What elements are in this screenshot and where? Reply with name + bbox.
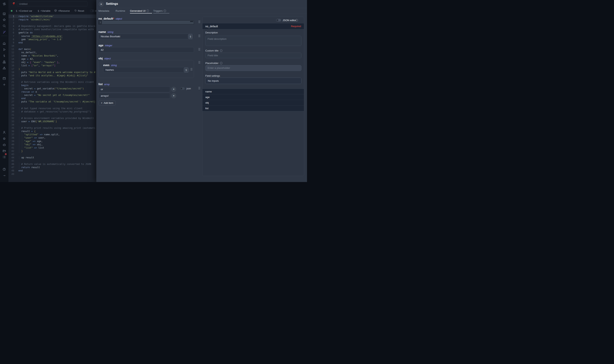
- code-line[interactable]: 30 # database = get_resource("u/user/my_…: [8, 110, 96, 113]
- field-row-obj[interactable]: obj: [202, 100, 304, 105]
- insert-variable-button[interactable]: $: [188, 34, 193, 39]
- code-line[interactable]: 46 # Return value is automatically conve…: [8, 163, 96, 166]
- code-line[interactable]: 28: [8, 104, 96, 107]
- field-settings-select[interactable]: No inputs: [205, 78, 301, 84]
- code-line[interactable]: 43: [8, 153, 96, 156]
- code-line[interactable]: 16 list = ["or", "arrays!"]: [8, 64, 96, 67]
- drag-handle[interactable]: [199, 61, 200, 64]
- code-line[interactable]: 49: [8, 173, 96, 176]
- code-line[interactable]: 3: [8, 21, 96, 25]
- code-editor[interactable]: 1require 'windmill/inline'2require 'wind…: [8, 14, 96, 182]
- placeholder-textarea[interactable]: [205, 65, 301, 71]
- code-line[interactable]: 27 puts "The variable at 'f/examples/sec…: [8, 100, 96, 104]
- age-input[interactable]: [98, 47, 194, 53]
- add-resource-button[interactable]: +Resource: [54, 8, 70, 14]
- add-plus-icon[interactable]: +: [0, 82, 8, 87]
- calendar-icon[interactable]: [0, 76, 8, 81]
- code-line[interactable]: 7 source 'https://rubygems.org': [8, 35, 96, 38]
- drag-handle[interactable]: [199, 35, 200, 38]
- code-line[interactable]: 35 # Pretty print results using amazing_…: [8, 127, 96, 130]
- code-line[interactable]: 2require 'windmill/mini': [8, 18, 96, 21]
- code-line[interactable]: 18 puts "Hello World and a warm welcome …: [8, 71, 96, 74]
- code-line[interactable]: 23 secret = get_variable("f/examples/sec…: [8, 87, 96, 90]
- code-line[interactable]: 15 obj = { "even": "hashes" },: [8, 61, 96, 64]
- even-input[interactable]: [103, 67, 189, 73]
- no-default-json-editor[interactable]: 1: [98, 20, 194, 25]
- code-line[interactable]: 45: [8, 159, 96, 163]
- code-line[interactable]: 8 gem 'amazing_print', '~> 1.6': [8, 38, 96, 41]
- code-line[interactable]: 14 age = 42,: [8, 57, 96, 61]
- code-line[interactable]: 12 no_default,: [8, 51, 96, 54]
- code-line[interactable]: 44 ap result: [8, 156, 96, 159]
- schedules-pyramid-icon[interactable]: [0, 66, 8, 70]
- code-line[interactable]: 9end: [8, 41, 96, 44]
- favorites-star-icon[interactable]: [0, 17, 8, 22]
- workspace-icon[interactable]: [0, 12, 8, 16]
- name-input[interactable]: [98, 34, 194, 39]
- json-editor-toggle[interactable]: [276, 19, 281, 22]
- ai-wand-icon[interactable]: [0, 30, 8, 34]
- code-line[interactable]: 26 end: [8, 97, 96, 100]
- resources-boxes-icon[interactable]: [0, 60, 8, 64]
- code-line[interactable]: 41 "list" => list: [8, 146, 96, 150]
- script-title-input[interactable]: Untitled: [17, 1, 88, 6]
- code-line[interactable]: 4# Dependency management: declare gems i…: [8, 25, 96, 28]
- collapse-arrow-icon[interactable]: →: [0, 173, 8, 178]
- field-row-name[interactable]: name: [202, 89, 304, 94]
- field-row-list[interactable]: list: [202, 105, 304, 111]
- drag-handle[interactable]: [199, 21, 200, 24]
- tab-metadata[interactable]: Metadata: [98, 8, 109, 13]
- user-icon[interactable]: [0, 130, 8, 135]
- code-line[interactable]: 32 # Access environment variables provid…: [8, 117, 96, 120]
- home-icon[interactable]: [0, 41, 8, 46]
- code-line[interactable]: 38 "user" => user,: [8, 136, 96, 140]
- custom-title-input[interactable]: [205, 53, 301, 58]
- add-variable-button[interactable]: $ +Variable: [38, 8, 51, 14]
- selected-field-row[interactable]: no_default Required: [202, 23, 304, 29]
- code-line[interactable]: 42 }: [8, 150, 96, 153]
- diff-mode-toggle[interactable]: [90, 10, 95, 12]
- code-line[interactable]: 40 "obj" => obj,: [8, 143, 96, 146]
- variables-dollar-icon[interactable]: $: [0, 53, 8, 58]
- code-line[interactable]: 37 "splitted" => name.split,: [8, 133, 96, 136]
- list-item-input-1[interactable]: [98, 93, 170, 99]
- code-line[interactable]: 33 user = ENV['WM_USERNAME']: [8, 120, 96, 123]
- json-mode-toggle[interactable]: [180, 87, 185, 90]
- add-context-var-button[interactable]: $ +Context var: [16, 8, 32, 14]
- drag-handle[interactable]: [199, 87, 200, 90]
- code-line[interactable]: 39 "age" => age,: [8, 140, 96, 143]
- tab-triggers[interactable]: Triggers i: [153, 8, 166, 13]
- code-line[interactable]: 31: [8, 113, 96, 117]
- tab-runtime[interactable]: Runtime: [116, 8, 125, 13]
- code-line[interactable]: 20: [8, 77, 96, 80]
- insert-variable-button[interactable]: $: [184, 67, 189, 72]
- drag-handle[interactable]: [199, 48, 200, 51]
- tab-generated-ui[interactable]: Generated UI i: [130, 8, 149, 13]
- code-line[interactable]: 1require 'windmill/inline': [8, 15, 96, 18]
- close-icon[interactable]: ✕: [99, 1, 104, 7]
- runs-play-icon[interactable]: [0, 47, 8, 52]
- drag-handle[interactable]: [191, 68, 193, 71]
- code-line[interactable]: 29 # Get typed resources using the mini …: [8, 107, 96, 110]
- code-line[interactable]: 48end: [8, 169, 96, 172]
- code-line[interactable]: 6gemfile do: [8, 31, 96, 34]
- windmill-logo-icon[interactable]: [0, 1, 8, 6]
- code-line[interactable]: 5# Windmill uses bundler/inline compatib…: [8, 28, 96, 31]
- code-line[interactable]: 10: [8, 44, 96, 48]
- description-textarea[interactable]: [205, 36, 301, 46]
- code-line[interactable]: 25 secret = "No secret yet at f/examples…: [8, 94, 96, 97]
- add-item-button[interactable]: + Add item: [98, 101, 116, 105]
- remove-item-icon[interactable]: ✕: [171, 87, 176, 92]
- settings-gear-icon[interactable]: ⚙: [0, 136, 8, 141]
- code-line[interactable]: 21 # Retrieve variables using the Windmi…: [8, 80, 96, 84]
- search-icon[interactable]: [0, 24, 8, 28]
- menu-list-icon[interactable]: [0, 155, 8, 159]
- code-line[interactable]: 11def main(: [8, 48, 96, 51]
- list-item-input-0[interactable]: [98, 86, 170, 92]
- code-line[interactable]: 34: [8, 123, 96, 127]
- code-line[interactable]: 36 result = {: [8, 130, 96, 133]
- assistant-bot-icon[interactable]: [0, 143, 8, 147]
- remove-item-icon[interactable]: ✕: [171, 93, 176, 98]
- reset-button[interactable]: Reset: [74, 8, 84, 14]
- code-line[interactable]: 22 begin: [8, 84, 96, 87]
